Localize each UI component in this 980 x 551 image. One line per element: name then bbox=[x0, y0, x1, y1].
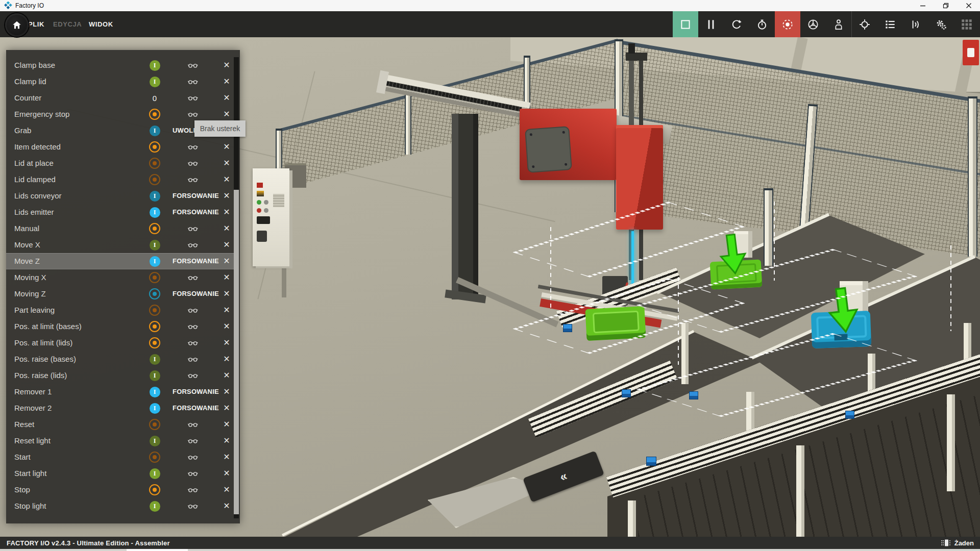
tag-led-indicator[interactable] bbox=[149, 106, 160, 122]
remove-tag-button[interactable]: ✕ bbox=[220, 302, 233, 318]
camera-orbit-button[interactable] bbox=[775, 11, 800, 37]
watch-icon[interactable] bbox=[173, 220, 213, 237]
reset-button[interactable] bbox=[724, 11, 749, 37]
focus-button[interactable] bbox=[852, 11, 877, 37]
stop-button[interactable] bbox=[673, 11, 698, 37]
remove-tag-button[interactable]: ✕ bbox=[220, 318, 233, 335]
tag-row[interactable]: Start lightI✕ bbox=[6, 465, 234, 482]
remove-tag-button[interactable]: ✕ bbox=[220, 384, 233, 400]
remove-tag-button[interactable]: ✕ bbox=[220, 433, 233, 449]
remove-tag-button[interactable]: ✕ bbox=[220, 335, 233, 351]
tag-row[interactable]: Remover 1IFORSOWANIE✕ bbox=[6, 384, 234, 400]
tag-force-toggle[interactable]: I bbox=[149, 188, 160, 204]
remove-tag-button[interactable]: ✕ bbox=[220, 416, 233, 433]
remove-tag-button[interactable]: ✕ bbox=[220, 286, 233, 302]
drive-button[interactable] bbox=[800, 11, 826, 37]
remove-tag-button[interactable]: ✕ bbox=[220, 482, 233, 498]
tag-force-toggle[interactable]: I bbox=[149, 433, 160, 449]
watch-icon[interactable] bbox=[173, 498, 213, 514]
operator-button[interactable] bbox=[826, 11, 851, 37]
tag-force-label[interactable]: FORSOWANIE bbox=[173, 204, 213, 220]
tag-row[interactable]: Manual✕ bbox=[6, 220, 234, 237]
remove-tag-button[interactable]: ✕ bbox=[220, 367, 233, 384]
tag-led-indicator[interactable] bbox=[149, 155, 160, 171]
tag-force-toggle[interactable]: I bbox=[149, 122, 160, 139]
tag-led-indicator[interactable] bbox=[149, 482, 160, 498]
restore-button[interactable] bbox=[934, 0, 957, 11]
tag-force-toggle[interactable]: I bbox=[149, 367, 160, 384]
tag-force-toggle[interactable]: I bbox=[149, 73, 160, 90]
tag-led-indicator[interactable] bbox=[149, 286, 160, 302]
tag-force-toggle[interactable]: I bbox=[149, 351, 160, 367]
tag-led-indicator[interactable] bbox=[149, 139, 160, 155]
home-button[interactable] bbox=[5, 13, 29, 37]
tag-list-button[interactable] bbox=[877, 11, 903, 37]
tag-row[interactable]: Clamp lidI✕ bbox=[6, 73, 234, 90]
tag-force-toggle[interactable]: I bbox=[149, 384, 160, 400]
tag-led-indicator[interactable] bbox=[149, 416, 160, 433]
tag-row[interactable]: Lids emitterIFORSOWANIE✕ bbox=[6, 204, 234, 220]
watch-icon[interactable] bbox=[173, 57, 213, 73]
tag-row[interactable]: Moving ZFORSOWANIE✕ bbox=[6, 286, 234, 302]
watch-icon[interactable] bbox=[173, 90, 213, 106]
driver-status[interactable]: Żaden bbox=[941, 539, 974, 547]
tag-row[interactable]: Stop✕ bbox=[6, 482, 234, 498]
tag-row[interactable]: Part leaving✕ bbox=[6, 302, 234, 318]
remove-tag-button[interactable]: ✕ bbox=[220, 171, 233, 188]
watch-icon[interactable] bbox=[173, 139, 213, 155]
remove-tag-button[interactable]: ✕ bbox=[220, 155, 233, 171]
tag-row[interactable]: Pos. at limit (lids)✕ bbox=[6, 335, 234, 351]
tag-led-indicator[interactable] bbox=[149, 220, 160, 237]
remove-tag-button[interactable]: ✕ bbox=[220, 220, 233, 237]
watch-icon[interactable] bbox=[173, 269, 213, 286]
remove-tag-button[interactable]: ✕ bbox=[220, 237, 233, 253]
tag-row[interactable]: Pos. raise (bases)I✕ bbox=[6, 351, 234, 367]
watch-icon[interactable] bbox=[173, 237, 213, 253]
menu-widok[interactable]: WIDOK bbox=[89, 11, 113, 37]
remove-tag-button[interactable]: ✕ bbox=[220, 269, 233, 286]
tag-row[interactable]: Remover 2IFORSOWANIE✕ bbox=[6, 400, 234, 416]
menu-plik[interactable]: PLIK bbox=[28, 11, 44, 37]
pause-button[interactable] bbox=[698, 11, 724, 37]
tag-force-label[interactable]: FORSOWANIE bbox=[173, 384, 213, 400]
remove-tag-button[interactable]: ✕ bbox=[220, 204, 233, 220]
watch-icon[interactable] bbox=[173, 155, 213, 171]
tag-row[interactable]: Pos. at limit (bases)✕ bbox=[6, 318, 234, 335]
tag-force-label[interactable]: FORSOWANIE bbox=[173, 286, 213, 302]
minimize-button[interactable] bbox=[911, 0, 934, 11]
close-button[interactable] bbox=[957, 0, 980, 11]
tag-row[interactable]: Clamp baseI✕ bbox=[6, 57, 234, 73]
remove-tag-button[interactable]: ✕ bbox=[220, 73, 233, 90]
watch-icon[interactable] bbox=[173, 482, 213, 498]
remove-tag-button[interactable]: ✕ bbox=[220, 465, 233, 482]
tag-force-label[interactable]: FORSOWANIE bbox=[173, 400, 213, 416]
settings-button[interactable] bbox=[928, 11, 954, 37]
tag-row[interactable]: Moving X✕ bbox=[6, 269, 234, 286]
watch-icon[interactable] bbox=[173, 449, 213, 465]
watch-icon[interactable] bbox=[173, 465, 213, 482]
watch-icon[interactable] bbox=[173, 351, 213, 367]
tag-led-indicator[interactable] bbox=[149, 449, 160, 465]
tag-force-toggle[interactable]: I bbox=[149, 400, 160, 416]
tag-led-indicator[interactable] bbox=[149, 302, 160, 318]
remove-tag-button[interactable]: ✕ bbox=[220, 188, 233, 204]
tag-row[interactable]: Lids conveyorIFORSOWANIE✕ bbox=[6, 188, 234, 204]
watch-icon[interactable] bbox=[173, 73, 213, 90]
tag-led-indicator[interactable] bbox=[149, 269, 160, 286]
remove-tag-button[interactable]: ✕ bbox=[220, 139, 233, 155]
remove-tag-button[interactable]: ✕ bbox=[220, 351, 233, 367]
remove-tag-button[interactable]: ✕ bbox=[220, 90, 233, 106]
tag-row[interactable]: Start✕ bbox=[6, 449, 234, 465]
tag-row[interactable]: Lid clamped✕ bbox=[6, 171, 234, 188]
tag-row[interactable]: Reset lightI✕ bbox=[6, 433, 234, 449]
tag-row[interactable]: Move ZIFORSOWANIE✕ bbox=[6, 253, 234, 269]
watch-icon[interactable] bbox=[173, 318, 213, 335]
tag-force-toggle[interactable]: I bbox=[149, 57, 160, 73]
watch-icon[interactable] bbox=[173, 302, 213, 318]
tag-row[interactable]: Counter0✕ bbox=[6, 90, 234, 106]
watch-icon[interactable] bbox=[173, 367, 213, 384]
time-scale-button[interactable] bbox=[749, 11, 775, 37]
tag-row[interactable]: Lid at place✕ bbox=[6, 155, 234, 171]
tag-row[interactable]: Item detected✕ bbox=[6, 139, 234, 155]
tag-row[interactable]: Move XI✕ bbox=[6, 237, 234, 253]
